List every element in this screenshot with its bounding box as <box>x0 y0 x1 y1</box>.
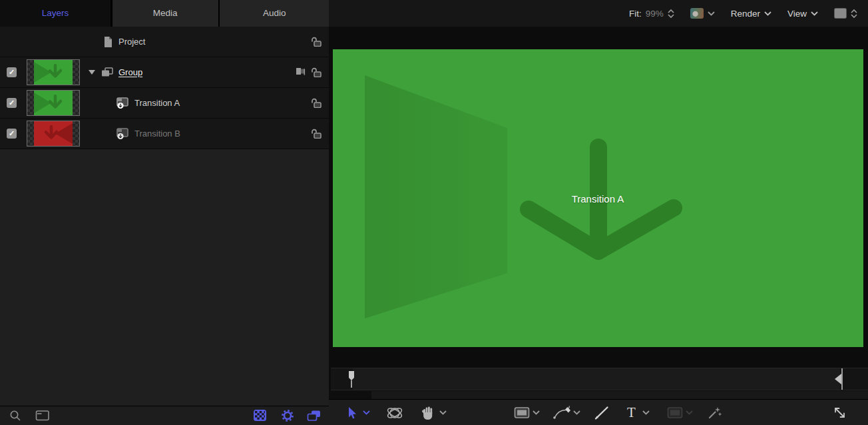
fit-label: Fit: <box>629 9 642 19</box>
show-panes-icon[interactable] <box>307 410 322 424</box>
transition-a-thumbnail <box>27 90 80 116</box>
pan-hand-tool[interactable] <box>421 400 435 425</box>
layer-name-project: Project <box>118 27 145 57</box>
expand-viewer-icon[interactable] <box>832 400 847 425</box>
timeline-scroller[interactable] <box>329 390 868 399</box>
end-marker-icon[interactable] <box>833 373 842 388</box>
pan-tool-chevron-icon[interactable] <box>439 400 447 425</box>
layer-row-transition-b[interactable]: ✓ Transition B <box>0 119 329 149</box>
layers-panel: Layers Media Audio Project ✓ <box>0 0 329 425</box>
layer-row-transition-a[interactable]: ✓ Transition A <box>0 88 329 119</box>
canvas-overlay-title: Transition A <box>551 193 644 205</box>
rectangle-shape-tool[interactable] <box>514 400 530 425</box>
canvas-tools-bar: T <box>329 399 868 425</box>
viewer-toolbar: Fit: 99% Render View <box>329 0 868 27</box>
layers-list: Project ✓ Group <box>0 27 329 149</box>
mask-tool-chevron-icon <box>686 400 693 425</box>
shape-tool-chevron-icon[interactable] <box>533 400 540 425</box>
adjust-item-wand-icon[interactable] <box>707 400 723 425</box>
mini-timeline[interactable] <box>331 368 868 390</box>
layer-row-group[interactable]: ✓ Group <box>0 57 329 88</box>
3d-transform-tool[interactable] <box>385 400 404 425</box>
project-document-icon <box>103 36 113 51</box>
paint-stroke-tool[interactable] <box>594 400 610 425</box>
text-tool-chevron-icon[interactable] <box>642 400 650 425</box>
playhead-marker[interactable] <box>347 370 355 391</box>
layer-row-project[interactable]: Project <box>0 27 329 57</box>
group-thumbnail <box>27 59 80 85</box>
group-icon <box>101 67 114 81</box>
select-transform-tool[interactable] <box>346 400 357 425</box>
render-menu[interactable]: Render <box>731 9 771 19</box>
unlock-icon[interactable] <box>310 67 322 80</box>
zoom-fit-control[interactable]: Fit: 99% <box>629 9 674 19</box>
timeline-range[interactable] <box>353 368 840 390</box>
panel-tab-bar: Layers Media Audio <box>0 0 329 27</box>
transition-b-thumbnail <box>27 121 80 147</box>
text-tool[interactable]: T <box>627 400 636 425</box>
display-stepper[interactable] <box>851 9 857 18</box>
pen-tool-chevron-icon[interactable] <box>573 400 580 425</box>
display-option-control[interactable] <box>834 8 857 19</box>
pane-layout-icon[interactable] <box>35 410 50 424</box>
channels-control[interactable] <box>690 8 715 19</box>
transition-badge-icon <box>116 128 130 143</box>
layer-name-transition-a: Transition A <box>134 88 180 118</box>
chevron-down-icon <box>708 11 715 16</box>
layer-name-transition-b: Transition B <box>134 119 180 149</box>
disclosure-triangle-icon[interactable] <box>89 70 95 75</box>
unlock-icon[interactable] <box>310 128 322 141</box>
unlock-icon[interactable] <box>310 36 322 49</box>
unlock-icon[interactable] <box>310 97 322 111</box>
render-label: Render <box>731 9 760 19</box>
chevron-down-icon <box>811 11 818 16</box>
view-label: View <box>787 9 807 19</box>
color-channel-icon <box>690 8 704 19</box>
transition-a-checkbox[interactable]: ✓ <box>7 98 17 108</box>
search-icon[interactable] <box>9 410 22 425</box>
tab-audio[interactable]: Audio <box>219 0 330 27</box>
mask-shape-tool-disabled <box>667 400 683 425</box>
transition-badge-icon <box>116 97 130 112</box>
layers-panel-footer <box>0 406 329 425</box>
tab-layers[interactable]: Layers <box>0 0 110 27</box>
tab-media[interactable]: Media <box>112 0 219 27</box>
select-tool-chevron-icon[interactable] <box>363 400 370 425</box>
view-menu[interactable]: View <box>787 9 818 19</box>
transparency-checkerboard-icon[interactable] <box>254 410 266 424</box>
zoom-stepper[interactable] <box>668 9 674 18</box>
chevron-down-icon <box>764 11 771 16</box>
zoom-value: 99% <box>646 9 664 19</box>
gray-swatch-icon <box>834 8 847 19</box>
render-settings-gear-icon[interactable] <box>281 409 294 425</box>
bezier-pen-tool[interactable] <box>552 400 572 425</box>
motion-app-window: Layers Media Audio Project ✓ <box>0 0 868 425</box>
transition-b-checkbox[interactable]: ✓ <box>7 129 17 139</box>
group-checkbox[interactable]: ✓ <box>7 67 17 77</box>
blend-mode-icon[interactable] <box>295 67 306 80</box>
layer-name-group: Group <box>118 57 142 87</box>
